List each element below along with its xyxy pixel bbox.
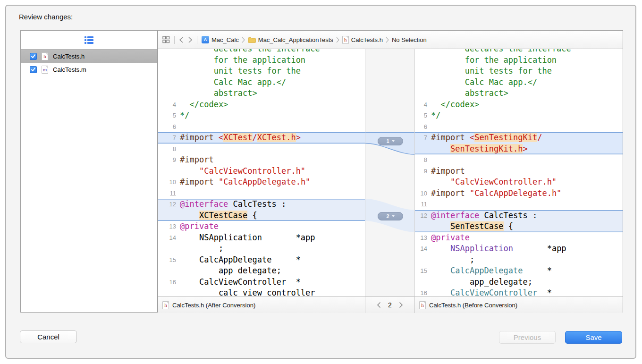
header-file-icon: h: [419, 301, 426, 309]
breadcrumb-no-selection[interactable]: No Selection: [392, 36, 427, 43]
change-badge-1[interactable]: 1: [378, 137, 403, 145]
line-number: 5: [158, 110, 180, 121]
change-gutter: 1 2: [365, 49, 415, 296]
code-line: Calc Mac app.</: [431, 77, 537, 88]
line-number: 6: [158, 121, 180, 133]
line-number: 15: [415, 265, 431, 277]
checkbox-checked-icon[interactable]: [30, 66, 37, 73]
code-row: 5*/: [158, 110, 365, 121]
chevron-separator-icon: [336, 37, 339, 43]
forward-chevron-icon[interactable]: [188, 36, 193, 43]
diff-left-pane[interactable]: declares the interface for the applicati…: [158, 49, 365, 296]
code-line: #import <SenTestingKit/: [431, 132, 542, 144]
line-number: [158, 66, 180, 77]
file-name: CalcTests.h: [53, 53, 84, 60]
line-number: [158, 265, 180, 277]
code-row: for the application: [415, 55, 623, 66]
code-line: */: [431, 110, 440, 121]
line-number: 14: [415, 243, 431, 254]
code-row: app_delegate;: [415, 277, 623, 288]
code-line: for the application: [180, 55, 305, 66]
comparison-area: declares the interface for the applicati…: [158, 49, 623, 296]
line-number: 11: [158, 188, 180, 199]
code-line: */: [180, 110, 189, 121]
diff-right-pane[interactable]: declares the interface for the applicati…: [415, 49, 623, 296]
file-row-calctests-h[interactable]: h CalcTests.h: [21, 50, 157, 63]
line-number: [158, 210, 180, 221]
code-row: declares the interface: [158, 49, 365, 55]
code-row: 14 NSApplication *app: [158, 232, 365, 244]
breadcrumb: A Mac_Calc Mac_Calc_ApplicationTests h C…: [202, 36, 427, 44]
header-file-icon: h: [42, 52, 48, 60]
save-button[interactable]: Save: [565, 331, 622, 344]
right-version-label[interactable]: h CalcTests.h (Before Conversion): [415, 297, 623, 313]
change-badge-2[interactable]: 2: [378, 212, 403, 220]
code-line: CalcViewController *: [180, 277, 301, 288]
next-change-icon[interactable]: [399, 302, 403, 308]
line-number: 14: [158, 232, 180, 244]
related-items-icon[interactable]: [162, 36, 170, 43]
code-line: #import "CalcAppDelegate.h": [431, 188, 561, 199]
file-list-header[interactable]: [21, 31, 157, 50]
line-number: [158, 77, 180, 88]
code-row: 15 CalcAppDelegate *: [158, 254, 365, 266]
code-line: @interface CalcTests :: [431, 210, 537, 221]
code-row: XCTestCase {: [158, 210, 365, 221]
breadcrumb-group[interactable]: Mac_Calc_ApplicationTests: [248, 36, 333, 43]
code-row: "CalcViewController.h": [158, 166, 365, 177]
chevron-separator-icon: [386, 37, 389, 43]
code-row: 4 </codex>: [415, 99, 623, 110]
file-row-calctests-m[interactable]: m CalcTests.m: [21, 63, 157, 76]
line-number: 9: [415, 166, 431, 177]
code-line: @private: [431, 232, 470, 244]
divider: [174, 36, 175, 44]
code-row: declares the interface: [415, 49, 623, 55]
code-row: 10#import "CalcAppDelegate.h": [158, 177, 365, 188]
breadcrumb-project[interactable]: A Mac_Calc: [202, 36, 239, 43]
back-chevron-icon[interactable]: [179, 36, 184, 43]
previous-button[interactable]: Previous: [499, 331, 556, 344]
line-number: [158, 88, 180, 99]
line-number: [158, 49, 180, 55]
code-row: 12@interface CalcTests :: [415, 210, 623, 221]
file-list-panel: h CalcTests.h m CalcTests.m: [20, 30, 158, 313]
code-line: for the application: [431, 55, 557, 66]
file-name: CalcTests.m: [53, 66, 86, 73]
checkbox-checked-icon[interactable]: [30, 53, 37, 60]
folder-icon: [248, 37, 256, 43]
breadcrumb-file[interactable]: h CalcTests.h: [342, 36, 383, 44]
code-line: declares the interface: [180, 49, 320, 55]
dialog-title: Review changes:: [19, 13, 73, 21]
previous-change-icon[interactable]: [377, 302, 381, 308]
code-row: "CalcViewController.h": [415, 177, 623, 188]
code-line: ;: [180, 243, 223, 254]
code-row: 11: [158, 188, 365, 199]
line-number: 12: [415, 210, 431, 221]
code-row: SenTestingKit.h>: [415, 144, 623, 155]
code-row: 13@private: [158, 221, 365, 232]
code-row: Calc Mac app.</: [415, 77, 623, 88]
line-number: 4: [415, 99, 431, 110]
code-row: abstract>: [158, 88, 365, 99]
code-row: 6: [158, 121, 365, 133]
code-row: 16 CalcViewController *: [158, 277, 365, 288]
code-row: 10#import "CalcAppDelegate.h": [415, 188, 623, 199]
line-number: 16: [415, 288, 431, 296]
code-row: 9#import: [158, 154, 365, 166]
line-number: 6: [415, 121, 431, 133]
line-number: 13: [415, 232, 431, 244]
current-change-number: 2: [388, 301, 392, 309]
line-number: [415, 49, 431, 55]
code-line: unit tests for the: [431, 66, 552, 77]
diff-left-code: declares the interface for the applicati…: [158, 49, 365, 296]
line-number: 11: [415, 199, 431, 210]
line-number: [415, 55, 431, 66]
code-row: 8: [158, 144, 365, 155]
code-line: CalcAppDelegate *: [431, 265, 552, 277]
line-number: 8: [415, 154, 431, 166]
code-row: Calc Mac app.</: [158, 77, 365, 88]
code-row: abstract>: [415, 88, 623, 99]
cancel-button[interactable]: Cancel: [20, 330, 77, 343]
left-version-label[interactable]: h CalcTests.h (After Conversion): [158, 297, 365, 313]
change-navigator: 2: [365, 297, 415, 313]
